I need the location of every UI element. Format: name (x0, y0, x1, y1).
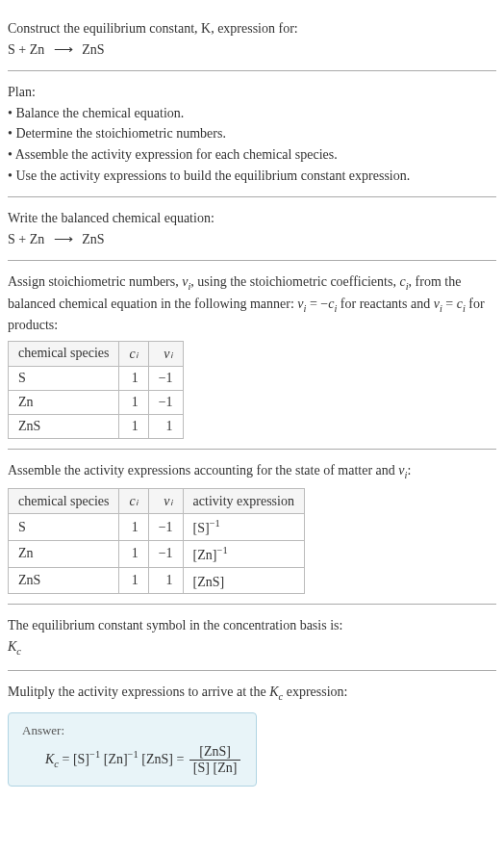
plan-bullet: • Determine the stoichiometric numbers. (8, 124, 496, 143)
symbol-heading: The equilibrium constant symbol in the c… (8, 616, 496, 635)
c-sub: c (16, 646, 21, 657)
equation-rhs: ZnS (82, 232, 104, 246)
term2-exp: −1 (128, 749, 139, 760)
expr-base: [ZnS] (193, 574, 225, 588)
cell-ci: 1 (119, 390, 148, 414)
activity-h2: : (407, 463, 411, 478)
cell-nui: −1 (148, 366, 183, 390)
cell-ci: 1 (119, 541, 148, 568)
th-nui: νᵢ (148, 489, 183, 514)
cell-ci: 1 (119, 567, 148, 594)
plan-bullet: • Use the activity expressions to build … (8, 167, 496, 186)
balanced-section: Write the balanced chemical equation: S … (8, 197, 496, 261)
cell-species: S (9, 514, 119, 541)
eq-sign: = (59, 752, 73, 766)
ci-label: cᵢ (129, 494, 138, 508)
term3-base: [ZnS] (141, 752, 173, 766)
cell-expr: [S]−1 (183, 514, 304, 541)
symbol-section: The equilibrium constant symbol in the c… (8, 605, 496, 671)
activity-h1: Assemble the activity expressions accoun… (8, 463, 398, 478)
th-species: chemical species (9, 489, 119, 514)
balanced-heading: Write the balanced chemical equation: (8, 209, 496, 228)
cell-expr: [Zn]−1 (183, 541, 304, 568)
k-symbol: K (269, 684, 278, 699)
fraction: [ZnS] [S] [Zn] (189, 744, 241, 776)
balanced-equation: S + Zn ⟶ ZnS (8, 230, 496, 249)
th-ci: cᵢ (119, 341, 148, 366)
cell-species: ZnS (9, 567, 119, 594)
stoich-section: Assign stoichiometric numbers, νi, using… (8, 261, 496, 450)
activity-heading: Assemble the activity expressions accoun… (8, 461, 496, 482)
cell-nui: −1 (148, 390, 183, 414)
plan-section: Plan: • Balance the chemical equation. •… (8, 71, 496, 197)
cell-species: Zn (9, 541, 119, 568)
multiply-heading: Mulitply the activity expressions to arr… (8, 683, 496, 704)
plan-bullet: • Assemble the activity expression for e… (8, 145, 496, 165)
equation-lhs: S + Zn (8, 232, 44, 246)
answer-expression: Kc = [S]−1 [Zn]−1 [ZnS] = [ZnS] [S] [Zn] (22, 744, 242, 776)
multiply-section: Mulitply the activity expressions to arr… (8, 671, 496, 795)
table-row: S 1 −1 (9, 366, 184, 390)
cell-nui: 1 (148, 414, 183, 438)
expr-base: [S] (193, 521, 210, 535)
rel-mid: for reactants and (337, 297, 433, 311)
table-header-row: chemical species cᵢ νᵢ activity expressi… (9, 489, 305, 514)
intro-prompt: Construct the equilibrium constant, K, e… (8, 19, 496, 39)
cell-nui: −1 (148, 514, 183, 541)
nui-label: νᵢ (164, 347, 172, 361)
answer-label: Answer: (22, 723, 242, 738)
multiply-h2: expression: (283, 684, 347, 699)
ci-label: cᵢ (129, 347, 138, 361)
nui-label: νᵢ (164, 494, 172, 508)
th-expr: activity expression (183, 489, 304, 514)
intro-prompt-text: Construct the equilibrium constant, K, e… (8, 21, 298, 36)
cell-nui: 1 (148, 567, 183, 594)
th-ci: cᵢ (119, 489, 148, 514)
equation-lhs: S + Zn (8, 42, 44, 57)
activity-section: Assemble the activity expressions accoun… (8, 450, 496, 605)
table-row: Zn 1 −1 [Zn]−1 (9, 541, 305, 568)
eq-sign-2: = (173, 752, 188, 766)
multiply-h1: Mulitply the activity expressions to arr… (8, 684, 269, 699)
table-row: ZnS 1 1 [ZnS] (9, 567, 305, 594)
stoich-table: chemical species cᵢ νᵢ S 1 −1 Zn 1 −1 Zn… (8, 341, 184, 439)
expr-base: [Zn] (193, 548, 217, 562)
k-symbol: K (45, 752, 54, 766)
equation-rhs: ZnS (82, 42, 104, 57)
table-row: S 1 −1 [S]−1 (9, 514, 305, 541)
answer-box: Answer: Kc = [S]−1 [Zn]−1 [ZnS] = [ZnS] … (8, 712, 257, 787)
table-row: Zn 1 −1 (9, 390, 184, 414)
stoich-h1: Assign stoichiometric numbers, (8, 274, 182, 289)
cell-expr: [ZnS] (183, 567, 304, 594)
term1-exp: −1 (89, 749, 100, 760)
symbol-kc: Kc (8, 637, 496, 658)
stoich-heading: Assign stoichiometric numbers, νi, using… (8, 272, 496, 335)
term2-base: [Zn] (104, 752, 128, 766)
cell-nui: −1 (148, 541, 183, 568)
plan-heading: Plan: (8, 83, 496, 102)
cell-species: ZnS (9, 414, 119, 438)
intro-equation: S + Zn ⟶ ZnS (8, 40, 496, 60)
term1-base: [S] (73, 752, 89, 766)
th-nui: νᵢ (148, 341, 183, 366)
rel2-eq: = (442, 297, 457, 311)
reaction-arrow-icon: ⟶ (54, 232, 73, 246)
rel1-eq: = − (306, 297, 328, 311)
expr-exp: −1 (210, 518, 220, 529)
cell-species: Zn (9, 390, 119, 414)
cell-ci: 1 (119, 366, 148, 390)
k-symbol: K (8, 639, 16, 654)
stoich-h2: , using the stoichiometric coefficients, (190, 274, 399, 289)
cell-ci: 1 (119, 514, 148, 541)
activity-table: chemical species cᵢ νᵢ activity expressi… (8, 488, 305, 594)
fraction-numerator: [ZnS] (189, 744, 241, 761)
cell-species: S (9, 366, 119, 390)
table-row: ZnS 1 1 (9, 414, 184, 438)
reaction-arrow-icon: ⟶ (54, 42, 73, 57)
expr-exp: −1 (216, 545, 227, 555)
intro-section: Construct the equilibrium constant, K, e… (8, 8, 496, 71)
plan-bullet: • Balance the chemical equation. (8, 104, 496, 123)
table-header-row: chemical species cᵢ νᵢ (9, 341, 184, 366)
th-species: chemical species (9, 341, 119, 366)
cell-ci: 1 (119, 414, 148, 438)
